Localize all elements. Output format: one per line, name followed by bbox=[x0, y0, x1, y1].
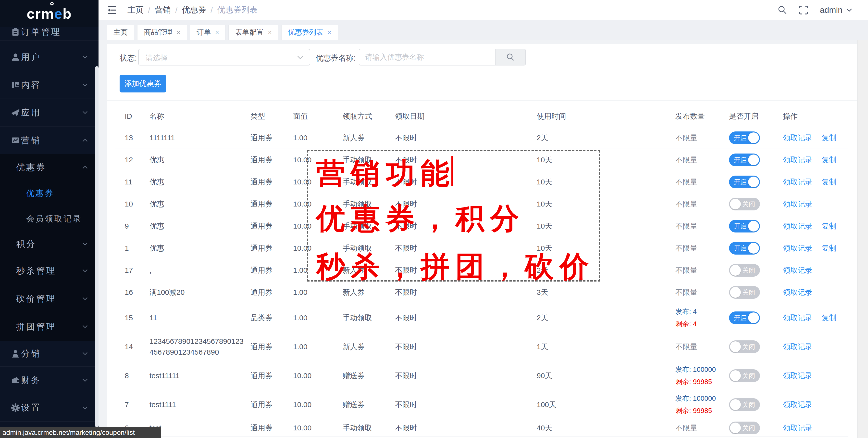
tab-优惠券列表[interactable]: 优惠券列表× bbox=[281, 25, 338, 40]
action-link-领取记录[interactable]: 领取记录 bbox=[783, 371, 812, 381]
enable-toggle[interactable]: 关闭 bbox=[729, 369, 760, 382]
action-link-领取记录[interactable]: 领取记录 bbox=[783, 265, 812, 275]
breadcrumb-separator: / bbox=[175, 5, 178, 15]
toggle-label: 开启 bbox=[734, 314, 747, 322]
enable-toggle[interactable]: 开启 bbox=[729, 312, 760, 324]
coupon-name-input[interactable] bbox=[359, 49, 496, 65]
sidebar-item-用户[interactable]: 用户 bbox=[0, 43, 98, 71]
cell-method: 手动领取 bbox=[343, 423, 372, 433]
sidebar-item-会员领取记录[interactable]: 会员领取记录 bbox=[0, 206, 98, 231]
action-link-领取记录[interactable]: 领取记录 bbox=[783, 400, 812, 410]
close-icon[interactable]: × bbox=[268, 29, 272, 36]
status-select[interactable]: 请选择 bbox=[138, 49, 310, 65]
cell-name: 满100减20 bbox=[150, 287, 248, 298]
sidebar-item-优惠券[interactable]: 优惠券 bbox=[0, 180, 98, 206]
column-header-领取日期: 领取日期 bbox=[395, 111, 425, 121]
enable-toggle[interactable]: 关闭 bbox=[729, 398, 760, 411]
close-icon[interactable]: × bbox=[177, 29, 180, 36]
enable-toggle[interactable]: 关闭 bbox=[729, 286, 760, 299]
sidebar-item-积分[interactable]: 积分 bbox=[0, 231, 98, 257]
action-link-领取记录[interactable]: 领取记录 bbox=[783, 423, 812, 433]
column-header-ID: ID bbox=[125, 112, 132, 120]
action-link-领取记录[interactable]: 领取记录 bbox=[783, 243, 812, 253]
logo-bar: crmeb bbox=[0, 0, 98, 27]
sidebar-item-label: 积分 bbox=[16, 238, 36, 250]
fullscreen-icon[interactable] bbox=[799, 5, 808, 15]
tab-订单[interactable]: 订单× bbox=[190, 25, 225, 40]
enable-toggle[interactable]: 开启 bbox=[729, 220, 760, 233]
action-link-复制[interactable]: 复制 bbox=[822, 243, 836, 253]
annotation-line: 秒杀，拼团，砍价 bbox=[316, 252, 594, 281]
cell-quantity: 不限量 bbox=[675, 177, 698, 187]
cell-value: 1.00 bbox=[293, 343, 307, 351]
enable-toggle[interactable]: 关闭 bbox=[729, 341, 760, 353]
action-link-领取记录[interactable]: 领取记录 bbox=[783, 155, 812, 165]
close-icon[interactable]: × bbox=[328, 29, 332, 36]
tab-表单配置[interactable]: 表单配置× bbox=[228, 25, 278, 40]
action-link-领取记录[interactable]: 领取记录 bbox=[783, 342, 812, 352]
sidebar-item-label: 财务 bbox=[21, 375, 41, 386]
sidebar-item-label: 优惠券 bbox=[16, 162, 46, 173]
sidebar-item-财务[interactable]: 财务 bbox=[0, 367, 98, 394]
row-actions: 领取记录复制 bbox=[783, 177, 836, 187]
search-icon[interactable] bbox=[778, 5, 787, 15]
search-button[interactable] bbox=[495, 49, 525, 65]
tab-主页[interactable]: 主页 bbox=[107, 25, 134, 40]
sidebar-item-秒杀管理[interactable]: 秒杀管理 bbox=[0, 257, 98, 285]
sidebar-item-优惠券[interactable]: 优惠券 bbox=[0, 154, 98, 180]
action-link-复制[interactable]: 复制 bbox=[822, 177, 836, 187]
finance-icon bbox=[11, 376, 20, 385]
enable-toggle[interactable]: 开启 bbox=[729, 132, 760, 144]
action-link-领取记录[interactable]: 领取记录 bbox=[783, 313, 812, 323]
close-icon[interactable]: × bbox=[215, 29, 219, 36]
admin-menu[interactable]: admin bbox=[820, 5, 852, 15]
action-link-复制[interactable]: 复制 bbox=[822, 155, 836, 165]
action-link-复制[interactable]: 复制 bbox=[822, 133, 836, 143]
enable-toggle[interactable]: 关闭 bbox=[729, 198, 760, 210]
sidebar-item-营销[interactable]: 营销 bbox=[0, 126, 98, 154]
sidebar-scrollbar[interactable] bbox=[95, 66, 98, 427]
enable-toggle[interactable]: 关闭 bbox=[729, 421, 760, 434]
cell-method: 新人券 bbox=[343, 287, 365, 297]
add-coupon-button[interactable]: 添加优惠券 bbox=[120, 75, 166, 92]
sidebar-item-砍价管理[interactable]: 砍价管理 bbox=[0, 285, 98, 313]
column-header-面值: 面值 bbox=[293, 111, 308, 121]
breadcrumb: 主页 / 营销 / 优惠券 / 优惠券列表 bbox=[127, 0, 258, 20]
cell-name: 优惠 bbox=[150, 177, 248, 187]
action-link-领取记录[interactable]: 领取记录 bbox=[783, 221, 812, 231]
toggle-knob bbox=[730, 370, 741, 381]
action-link-领取记录[interactable]: 领取记录 bbox=[783, 177, 812, 187]
cell-name: , bbox=[150, 265, 248, 276]
sidebar-item-内容[interactable]: 内容 bbox=[0, 71, 98, 99]
breadcrumb-coupon[interactable]: 优惠券 bbox=[182, 4, 206, 16]
cell-id: 12 bbox=[125, 156, 133, 164]
breadcrumb-home[interactable]: 主页 bbox=[127, 4, 144, 16]
remain-count: 剩余: 99985 bbox=[675, 406, 716, 415]
cell-quantity: 不限量 bbox=[675, 342, 698, 352]
menu-fold-icon[interactable] bbox=[107, 5, 117, 15]
page-scrollbar[interactable] bbox=[857, 40, 868, 438]
action-link-领取记录[interactable]: 领取记录 bbox=[783, 133, 812, 143]
cell-type: 通用券 bbox=[250, 342, 273, 352]
sidebar-item-设置[interactable]: 设置 bbox=[0, 394, 98, 421]
cell-type: 通用券 bbox=[250, 400, 273, 410]
breadcrumb-marketing[interactable]: 营销 bbox=[155, 4, 171, 16]
tab-商品管理[interactable]: 商品管理× bbox=[137, 25, 187, 40]
sidebar-item-应用[interactable]: 应用 bbox=[0, 99, 98, 126]
cell-type: 通用券 bbox=[250, 177, 273, 187]
toggle-knob bbox=[748, 133, 759, 143]
enable-toggle[interactable]: 关闭 bbox=[729, 264, 760, 276]
sidebar-item-拼团管理[interactable]: 拼团管理 bbox=[0, 313, 98, 341]
toggle-label: 关闭 bbox=[742, 424, 755, 432]
row-actions: 领取记录复制 bbox=[783, 133, 836, 143]
action-link-复制[interactable]: 复制 bbox=[822, 221, 836, 231]
enable-toggle[interactable]: 开启 bbox=[729, 153, 760, 166]
sidebar-item-分销[interactable]: 分销 bbox=[0, 341, 98, 367]
enable-toggle[interactable]: 开启 bbox=[729, 176, 760, 188]
table-header: ID名称类型面值领取方式领取日期使用时间发布数量是否开启操作 bbox=[115, 107, 848, 126]
action-link-领取记录[interactable]: 领取记录 bbox=[783, 287, 812, 297]
cell-type: 品类券 bbox=[250, 313, 273, 323]
enable-toggle[interactable]: 开启 bbox=[729, 242, 760, 255]
action-link-领取记录[interactable]: 领取记录 bbox=[783, 199, 812, 209]
action-link-复制[interactable]: 复制 bbox=[822, 313, 836, 323]
